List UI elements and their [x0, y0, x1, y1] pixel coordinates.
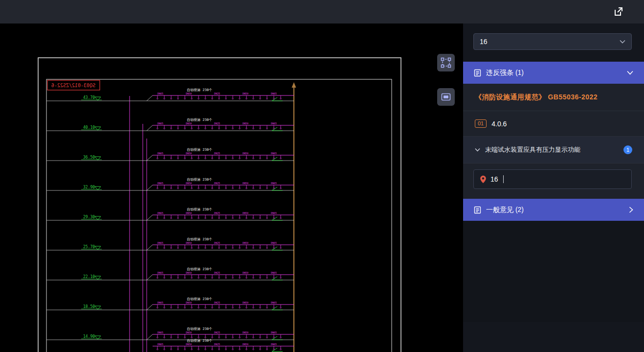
svg-text:43.70: 43.70 [83, 95, 95, 100]
location-input[interactable]: 16 [473, 169, 632, 189]
violations-section-label: 违反强条 (1) [486, 69, 622, 77]
svg-text:DN50: DN50 [243, 241, 248, 244]
svg-text:DN65: DN65 [271, 271, 277, 274]
text-caret [503, 175, 504, 183]
cad-canvas[interactable]: SQ03-012/ZS22-643.70DN65DN50DN25DN50DN65… [0, 23, 463, 352]
svg-text:DN50: DN50 [243, 301, 248, 304]
svg-text:DN65: DN65 [157, 343, 163, 346]
svg-text:自动喷淋 230个: 自动喷淋 230个 [187, 118, 212, 122]
svg-text:22.10: 22.10 [83, 275, 95, 279]
svg-text:DN50: DN50 [186, 92, 192, 95]
svg-text:DN25: DN25 [214, 92, 220, 95]
svg-text:DN50: DN50 [243, 152, 248, 155]
svg-text:DN65: DN65 [157, 331, 163, 334]
svg-text:DN50: DN50 [243, 343, 248, 346]
page-select-value: 16 [480, 38, 488, 46]
svg-text:DN65: DN65 [271, 92, 277, 95]
cad-drawing: SQ03-012/ZS22-643.70DN65DN50DN25DN50DN65… [0, 23, 463, 352]
svg-text:DN50: DN50 [186, 211, 192, 214]
general-section-header[interactable]: 一般意见 (2) [463, 199, 644, 221]
svg-text:自动喷淋 230个: 自动喷淋 230个 [187, 148, 212, 152]
standard-name: 《消防设施通用规范》 GB55036-2022 [463, 84, 644, 111]
svg-text:DN50: DN50 [186, 152, 192, 155]
svg-text:DN50: DN50 [243, 211, 248, 214]
clause-number-badge: 01 [475, 119, 487, 128]
page-select[interactable]: 16 [473, 33, 632, 50]
issue-row[interactable]: 末端试水装置应具有压力显示功能 1 [463, 137, 644, 164]
open-in-new-window-button[interactable] [611, 4, 625, 19]
location-field-wrap: 16 [463, 164, 644, 199]
chevron-down-icon [620, 40, 625, 44]
svg-text:DN50: DN50 [243, 331, 248, 334]
svg-text:DN65: DN65 [157, 301, 163, 304]
selection-frame-icon [441, 57, 451, 68]
external-link-icon [612, 6, 624, 18]
svg-text:DN50: DN50 [186, 122, 192, 125]
svg-text:自动喷淋 230个: 自动喷淋 230个 [187, 297, 212, 301]
svg-text:SQ03-012/ZS22-6: SQ03-012/ZS22-6 [51, 83, 95, 88]
violations-content: 《消防设施通用规范》 GB55036-2022 01 4.0.6 末端试水装置应… [463, 84, 644, 199]
svg-text:自动喷淋 230个: 自动喷淋 230个 [187, 88, 212, 92]
review-sidebar: 16 违反强条 (1) 《消防设施通用规范》 GB55036-2022 01 4… [463, 23, 644, 352]
svg-text:14.90: 14.90 [83, 334, 95, 339]
svg-text:DN65: DN65 [271, 241, 277, 244]
svg-text:40.10: 40.10 [83, 125, 95, 130]
svg-text:DN65: DN65 [157, 152, 163, 155]
svg-text:DN65: DN65 [157, 241, 163, 244]
chevron-right-icon [629, 207, 633, 213]
svg-text:DN25: DN25 [214, 343, 220, 346]
issue-label: 末端试水装置应具有压力显示功能 [485, 145, 580, 154]
svg-text:DN65: DN65 [157, 122, 163, 125]
chevron-down-icon [627, 70, 633, 75]
svg-text:36.50: 36.50 [83, 155, 95, 160]
svg-text:DN50: DN50 [186, 271, 192, 274]
svg-text:自动喷淋 230个: 自动喷淋 230个 [187, 237, 212, 241]
svg-text:25.70: 25.70 [83, 245, 95, 249]
svg-text:DN50: DN50 [186, 343, 192, 346]
general-section-label: 一般意见 (2) [486, 206, 624, 214]
location-pin-icon [480, 175, 487, 184]
svg-text:自动喷淋 230个: 自动喷淋 230个 [187, 327, 212, 331]
svg-text:DN65: DN65 [271, 343, 277, 346]
svg-text:DN50: DN50 [186, 331, 192, 334]
clause-row: 01 4.0.6 [463, 111, 644, 137]
sidebar-empty-area [463, 221, 644, 322]
svg-text:DN50: DN50 [186, 301, 192, 304]
svg-text:DN65: DN65 [157, 92, 163, 95]
svg-text:DN65: DN65 [271, 182, 277, 185]
svg-text:DN50: DN50 [243, 92, 248, 95]
svg-text:DN50: DN50 [243, 271, 248, 274]
svg-text:DN25: DN25 [214, 211, 220, 214]
svg-text:DN50: DN50 [243, 122, 248, 125]
location-value: 16 [490, 175, 498, 183]
svg-text:DN25: DN25 [214, 182, 220, 185]
svg-text:DN25: DN25 [214, 152, 220, 155]
svg-text:自动喷淋 230个: 自动喷淋 230个 [187, 339, 212, 343]
svg-text:DN65: DN65 [271, 211, 277, 214]
svg-text:DN50: DN50 [186, 182, 192, 185]
document-icon [474, 206, 481, 214]
svg-text:自动喷淋 230个: 自动喷淋 230个 [187, 267, 212, 271]
svg-text:18.50: 18.50 [83, 305, 95, 309]
viewport-tool-button[interactable] [437, 88, 455, 106]
svg-text:DN25: DN25 [214, 122, 220, 125]
svg-text:DN65: DN65 [157, 211, 163, 214]
svg-text:DN25: DN25 [214, 331, 220, 334]
violations-section-header[interactable]: 违反强条 (1) [463, 62, 644, 84]
svg-text:DN50: DN50 [186, 241, 192, 244]
svg-text:DN25: DN25 [214, 301, 220, 304]
viewport-icon [441, 92, 451, 102]
svg-text:DN65: DN65 [271, 152, 277, 155]
svg-text:DN65: DN65 [271, 122, 277, 125]
issue-count-badge: 1 [623, 145, 632, 154]
svg-text:DN25: DN25 [214, 241, 220, 244]
svg-text:29.30: 29.30 [83, 215, 95, 219]
svg-text:DN50: DN50 [243, 182, 248, 185]
svg-text:DN65: DN65 [271, 331, 277, 334]
chevron-down-icon [475, 148, 480, 152]
svg-text:自动喷淋 230个: 自动喷淋 230个 [187, 208, 212, 211]
selection-frame-tool-button[interactable] [437, 54, 455, 71]
main-area: SQ03-012/ZS22-643.70DN65DN50DN25DN50DN65… [0, 23, 644, 352]
svg-text:自动喷淋 230个: 自动喷淋 230个 [187, 178, 212, 182]
svg-text:32.90: 32.90 [83, 185, 95, 189]
